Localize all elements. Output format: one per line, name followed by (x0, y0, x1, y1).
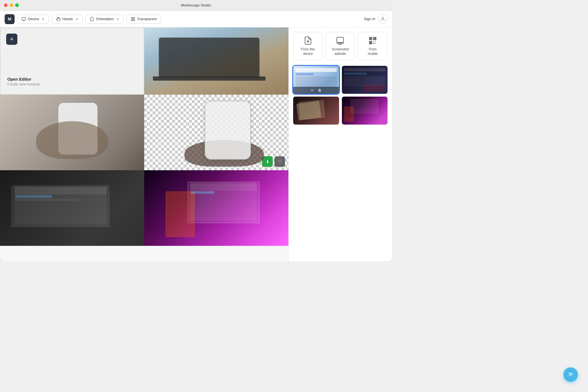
thumbnail-2[interactable] (342, 66, 388, 94)
transparent-label: Transparent (137, 17, 157, 21)
favorite-button[interactable]: ♡ (274, 156, 285, 167)
upload-options: From this device Screenshot website (293, 32, 388, 60)
screenshot-website-option[interactable]: Screenshot website (326, 32, 355, 60)
hands-label: Hands (62, 17, 73, 21)
titlebar: Mockuuups Studio (0, 0, 392, 11)
transparent-dropdown[interactable]: Transparent (127, 15, 161, 24)
phone-icon (90, 17, 94, 21)
user-avatar[interactable] (378, 14, 388, 24)
thumb-delete-button[interactable]: 🗑 (318, 88, 321, 92)
qr-code-icon (368, 36, 377, 45)
app-window: Mockuuups Studio M Device ▼ Hands ▼ (0, 0, 392, 261)
svg-rect-21 (370, 42, 371, 43)
thumbnail-row-1: ✂ 🗑 (293, 66, 388, 94)
hand-icon (56, 17, 60, 21)
orientation-label: Orientation (96, 17, 114, 21)
logo-button[interactable]: M (4, 14, 15, 24)
from-mobile-label: From mobile (368, 47, 377, 56)
screenshot-icon (336, 36, 345, 45)
thumb-crop-button[interactable]: ✂ (311, 88, 314, 92)
minimize-button[interactable] (10, 3, 13, 7)
thumbnail-4[interactable] (342, 97, 388, 125)
screenshot-website-label: Screenshot website (332, 47, 349, 56)
traffic-lights (4, 3, 19, 7)
device-chevron: ▼ (42, 17, 45, 21)
svg-rect-0 (22, 17, 25, 20)
device-label: Device (28, 17, 39, 21)
svg-rect-20 (370, 38, 371, 39)
svg-point-9 (382, 17, 384, 19)
transparent-icon (131, 17, 135, 21)
window-title: Mockuuups Studio (181, 3, 211, 7)
toolbar: M Device ▼ Hands ▼ (0, 11, 392, 27)
device-dropdown[interactable]: Device ▼ (17, 15, 49, 24)
add-new-cell[interactable]: + Open Editor Create new mockup (0, 27, 144, 95)
sign-in-button[interactable]: Sign In (364, 17, 375, 21)
mockup-phone-hand[interactable] (0, 95, 144, 170)
hands-chevron: ▼ (75, 17, 78, 21)
from-device-label: From this device (301, 47, 315, 56)
mockup-laptop-dark[interactable] (0, 170, 144, 246)
thumbnail-1[interactable]: ✂ 🗑 (293, 66, 339, 94)
svg-rect-22 (374, 38, 375, 39)
svg-rect-6 (133, 17, 135, 19)
orientation-chevron: ▼ (116, 17, 120, 21)
maximize-button[interactable] (15, 3, 19, 7)
open-editor-title: Open Editor (7, 77, 40, 81)
main-area: + Open Editor Create new mockup (0, 27, 392, 261)
thumb-action-bar-1: ✂ 🗑 (293, 87, 339, 94)
from-device-option[interactable]: From this device (293, 32, 323, 60)
close-button[interactable] (4, 3, 8, 7)
orientation-dropdown[interactable]: Orientation ▼ (85, 15, 123, 24)
upload-file-icon (304, 36, 312, 45)
mockup-monitor-purple[interactable] (144, 170, 288, 246)
svg-rect-8 (131, 19, 133, 21)
from-mobile-option[interactable]: From mobile (358, 32, 388, 60)
mockup-phone-transparent[interactable]: ⬇ ♡ (144, 95, 288, 170)
mockup-overlay: ⬇ ♡ (262, 156, 285, 167)
open-editor-subtitle: Create new mockup (7, 82, 40, 86)
hands-dropdown[interactable]: Hands ▼ (52, 15, 83, 24)
mockup-grid: + Open Editor Create new mockup (0, 27, 288, 246)
content-area: + Open Editor Create new mockup (0, 27, 288, 261)
svg-rect-5 (131, 17, 133, 19)
thumbnail-grid: ✂ 🗑 (293, 66, 388, 125)
thumbnail-3[interactable] (293, 97, 339, 125)
add-icon: + (6, 34, 17, 45)
svg-rect-7 (133, 19, 135, 21)
monitor-icon (22, 17, 26, 21)
toolbar-right: Sign In (364, 14, 388, 24)
mockup-laptop-desk[interactable] (144, 27, 288, 95)
right-sidebar: From this device Screenshot website (288, 27, 392, 261)
thumbnail-row-2 (293, 97, 388, 125)
svg-rect-13 (337, 37, 344, 43)
add-new-text: Open Editor Create new mockup (7, 77, 40, 86)
